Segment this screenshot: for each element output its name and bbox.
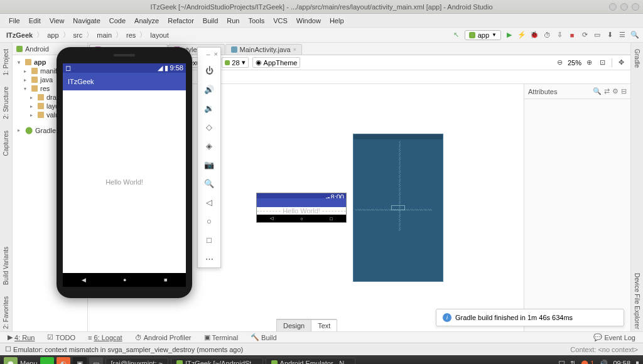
menu-file[interactable]: File: [5, 16, 24, 26]
menu-vcs[interactable]: VCS: [269, 16, 291, 26]
back-icon[interactable]: ◁: [203, 196, 215, 208]
search-everywhere-icon[interactable]: 🔍: [630, 31, 639, 40]
crumb-app[interactable]: app: [45, 31, 61, 39]
tab-design[interactable]: Design: [276, 319, 311, 331]
maximize-button[interactable]: [620, 3, 628, 11]
zoom-icon[interactable]: 🔍: [203, 177, 215, 190]
run-target-icon[interactable]: ↖: [452, 31, 461, 40]
menu-label[interactable]: Menu: [20, 360, 38, 364]
menu-edit[interactable]: Edit: [25, 16, 45, 26]
emulator-close-icon[interactable]: ×: [214, 50, 218, 58]
zoom-in-icon[interactable]: ⊕: [584, 58, 595, 67]
task-android-studio[interactable]: ITzGeek [~/AndroidSt...: [171, 358, 263, 364]
collapse-icon[interactable]: ⊟: [621, 87, 627, 95]
tab-mainactivity[interactable]: MainActivity.java×: [225, 44, 302, 55]
firefox-icon[interactable]: ◐: [57, 357, 70, 364]
tab-build[interactable]: 🔨 Build: [248, 333, 279, 341]
tray-network-icon[interactable]: ⇅: [570, 360, 576, 365]
camera-icon[interactable]: 📷: [203, 158, 215, 171]
menu-view[interactable]: View: [46, 16, 68, 26]
stop-button[interactable]: ■: [568, 31, 576, 40]
tab-logcat[interactable]: ≡ 6: Logcat: [85, 334, 125, 341]
taskbar-clock[interactable]: 09:58: [613, 360, 630, 364]
search-icon[interactable]: 🔍: [593, 87, 602, 95]
tab-favorites[interactable]: 2: Favorites: [1, 294, 11, 331]
more-icon[interactable]: ⋯: [203, 252, 215, 265]
menu-analyze[interactable]: Analyze: [131, 16, 163, 26]
rotate-right-icon[interactable]: ◈: [203, 139, 215, 152]
sync-gradle-icon[interactable]: ⟳: [580, 31, 589, 40]
tab-device-file-explorer[interactable]: Device File Explorer: [632, 270, 642, 331]
crumb-src[interactable]: src: [71, 31, 85, 39]
nav-recents-icon[interactable]: ■: [164, 277, 167, 283]
run-button[interactable]: ▶: [505, 31, 514, 40]
tray-overflow-icon[interactable]: ▮: [635, 360, 639, 365]
tray-shield-icon[interactable]: 🛡: [558, 360, 565, 364]
volume-down-icon[interactable]: 🔉: [203, 102, 215, 114]
tab-terminal[interactable]: ▣ Terminal: [202, 333, 241, 341]
menu-refactor[interactable]: Refactor: [164, 16, 198, 26]
emulator-minimize-icon[interactable]: –: [206, 50, 210, 58]
tab-structure[interactable]: 2: Structure: [1, 84, 11, 122]
power-icon[interactable]: ⏻: [203, 64, 215, 77]
zoom-out-icon[interactable]: ⊖: [554, 58, 565, 67]
menu-code[interactable]: Code: [105, 16, 129, 26]
menu-run[interactable]: Run: [223, 16, 243, 26]
menu-navigate[interactable]: Navigate: [69, 16, 104, 26]
task-emulator[interactable]: Android Emulator - N...: [266, 358, 356, 364]
tab-gradle[interactable]: Gradle: [632, 46, 642, 70]
close-button[interactable]: [632, 3, 639, 11]
tab-build-variants[interactable]: Build Variants: [1, 244, 11, 287]
crumb-main[interactable]: main: [94, 31, 114, 39]
design-canvas[interactable]: ▾▮ 8:00 Hello World! ◁○□ ∿∿∿∿∿∿∿∿∿∿∿∿∿∿∿…: [176, 84, 524, 331]
attach-debugger-icon[interactable]: ⇩: [555, 31, 564, 40]
theme-dropdown[interactable]: ◉ AppTheme: [252, 57, 301, 68]
tab-run[interactable]: ▶ 4: Run: [5, 333, 37, 341]
home-icon[interactable]: ○: [203, 215, 215, 227]
crumb-root[interactable]: ITzGeek: [4, 31, 35, 39]
overview-icon[interactable]: □: [203, 233, 215, 246]
blueprint-preview[interactable]: ∿∿∿∿∿∿∿∿∿∿∿∿∿∿∿∿∿∿∿∿∿∿∿∿∿∿∿∿∿∿∿∿∿∿∿ ∿∿∿∿…: [353, 134, 443, 282]
tab-project[interactable]: 1: Project: [1, 46, 11, 78]
gradle-notification[interactable]: i Gradle build finished in 1m 46s 634ms: [436, 309, 624, 326]
tray-user-icon[interactable]: ⬤ 1: [581, 360, 594, 365]
menu-help[interactable]: Help: [326, 16, 348, 26]
nav-home-icon[interactable]: ●: [123, 277, 126, 283]
terminal-icon[interactable]: ▣: [73, 357, 87, 364]
run-config-dropdown[interactable]: app ▼: [465, 30, 501, 40]
project-structure-icon[interactable]: ☰: [618, 31, 627, 40]
minimize-button[interactable]: [609, 3, 617, 11]
sdk-manager-icon[interactable]: ⬇: [605, 31, 614, 40]
show-desktop-icon[interactable]: [40, 357, 54, 364]
emulator-screen[interactable]: ◻ ◢▮9:58 ITzGeek Hello World! ◀ ● ■: [63, 63, 186, 287]
nav-back-icon[interactable]: ◀: [82, 277, 86, 283]
emulator-navbar[interactable]: ◀ ● ■: [63, 273, 186, 287]
start-menu-button[interactable]: ◉: [4, 357, 18, 364]
rotate-left-icon[interactable]: ◇: [203, 120, 215, 133]
menu-build[interactable]: Build: [199, 16, 222, 26]
menu-window[interactable]: Window: [293, 16, 325, 26]
settings-icon[interactable]: ⚙: [612, 87, 619, 95]
api-dropdown[interactable]: 28 ▾: [222, 57, 248, 68]
tab-event-log[interactable]: 💬 Event Log: [591, 333, 638, 341]
crumb-res[interactable]: res: [124, 31, 138, 39]
tray-volume-icon[interactable]: 🔊: [599, 360, 608, 365]
apply-changes-icon[interactable]: ⚡: [517, 31, 526, 40]
tab-profiler[interactable]: ⏱ Android Profiler: [132, 334, 194, 341]
tab-text[interactable]: Text: [311, 319, 337, 331]
profile-button[interactable]: ⏱: [543, 31, 551, 40]
design-preview[interactable]: ▾▮ 8:00 Hello World! ◁○□: [256, 193, 347, 223]
android-emulator-window[interactable]: ◻ ◢▮9:58 ITzGeek Hello World! ◀ ● ■ –× ⏻…: [57, 47, 221, 298]
close-icon[interactable]: ×: [293, 46, 296, 53]
filter-icon[interactable]: ⇄: [604, 87, 610, 95]
tab-todo[interactable]: ☑ TODO: [45, 333, 78, 341]
task-terminal[interactable]: [raj@linuxmint: ~: [105, 358, 168, 364]
zoom-fit-icon[interactable]: ⊡: [597, 58, 608, 67]
menu-tools[interactable]: Tools: [244, 16, 268, 26]
debug-button[interactable]: 🐞: [530, 31, 539, 40]
tab-captures[interactable]: Captures: [1, 128, 11, 159]
window-controls[interactable]: [609, 3, 639, 11]
crumb-layout[interactable]: layout: [148, 31, 171, 39]
volume-up-icon[interactable]: 🔊: [203, 83, 215, 95]
avd-manager-icon[interactable]: ▭: [593, 31, 602, 40]
